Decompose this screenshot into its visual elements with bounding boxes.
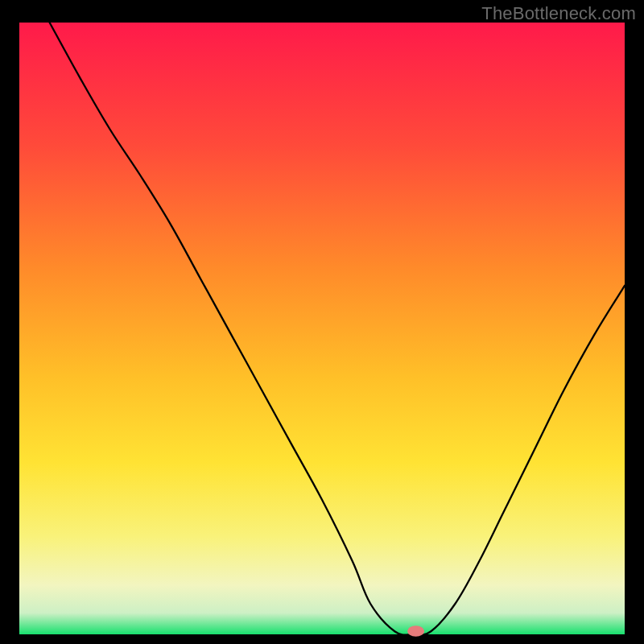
bottleneck-chart: TheBottleneck.com [0, 0, 644, 644]
chart-svg [0, 0, 644, 644]
optimal-marker [407, 625, 424, 637]
watermark-text: TheBottleneck.com [481, 3, 636, 24]
chart-gradient-bg [19, 23, 625, 634]
